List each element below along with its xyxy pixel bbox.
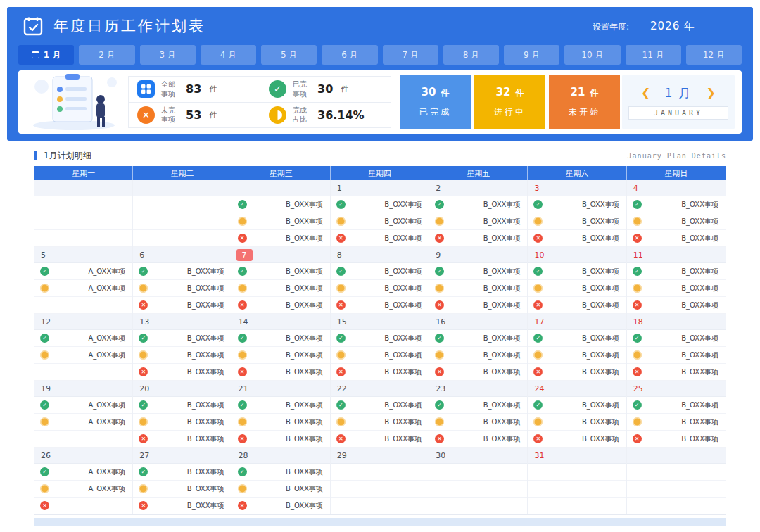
day-cell[interactable]	[133, 180, 232, 247]
task-item[interactable]: ✓B_OXX事项	[133, 397, 231, 414]
task-item[interactable]: ✕B_OXX事项	[331, 230, 429, 247]
task-item[interactable]: ✓A_OXX事项	[34, 330, 132, 347]
task-item[interactable]: ✓B_OXX事项	[133, 464, 231, 481]
day-cell[interactable]: 24✓B_OXX事项B_OXX事项✕B_OXX事项	[528, 381, 626, 448]
day-cell[interactable]: 4✓B_OXX事项B_OXX事项✕B_OXX事项	[627, 180, 726, 247]
day-cell[interactable]: 30	[429, 448, 528, 514]
tab-month-2[interactable]: 2 月	[79, 45, 134, 65]
task-item[interactable]: ✕B_OXX事项	[133, 431, 231, 448]
task-item[interactable]: A_OXX事项	[34, 414, 132, 431]
day-cell[interactable]	[627, 448, 726, 514]
day-cell[interactable]: 29	[331, 448, 429, 514]
day-cell[interactable]: 28✓B_OXX事项B_OXX事项✕B_OXX事项	[232, 448, 331, 514]
tab-month-4[interactable]: 4 月	[201, 45, 256, 65]
task-item[interactable]: ✓B_OXX事项	[528, 263, 626, 280]
tab-month-6[interactable]: 6 月	[322, 45, 377, 65]
day-cell[interactable]: 2✓B_OXX事项B_OXX事项✕B_OXX事项	[429, 180, 528, 247]
task-item[interactable]: B_OXX事项	[133, 414, 231, 431]
task-item[interactable]: ✕B_OXX事项	[232, 297, 330, 314]
day-cell[interactable]: 17✓B_OXX事项B_OXX事项✕B_OXX事项	[528, 314, 626, 381]
day-cell[interactable]: 7✓B_OXX事项B_OXX事项✕B_OXX事项	[232, 247, 331, 314]
day-cell[interactable]: 14✓B_OXX事项B_OXX事项✕B_OXX事项	[232, 314, 331, 381]
prev-month-button[interactable]: ❮	[641, 87, 650, 99]
task-item[interactable]: ✕B_OXX事项	[133, 297, 231, 314]
task-item[interactable]: B_OXX事项	[429, 414, 527, 431]
tab-month-10[interactable]: 10 月	[564, 45, 620, 65]
task-item[interactable]: B_OXX事项	[331, 213, 429, 230]
task-item[interactable]: A_OXX事项	[34, 280, 132, 297]
task-item[interactable]: A_OXX事项	[34, 347, 132, 364]
day-cell[interactable]: 11✓B_OXX事项B_OXX事项✕B_OXX事项	[627, 247, 726, 314]
task-item[interactable]: ✓A_OXX事项	[34, 464, 132, 481]
task-item[interactable]: B_OXX事项	[331, 280, 429, 297]
task-item[interactable]: ✕B_OXX事项	[429, 431, 527, 448]
day-cell[interactable]: 19✓A_OXX事项A_OXX事项	[34, 381, 133, 448]
task-item[interactable]: ✓B_OXX事项	[627, 330, 726, 347]
task-item[interactable]: A_OXX事项	[34, 481, 132, 498]
tab-month-3[interactable]: 3 月	[140, 45, 196, 65]
next-month-button[interactable]: ❯	[707, 87, 716, 99]
day-cell[interactable]: 18✓B_OXX事项B_OXX事项✕B_OXX事项	[627, 314, 726, 381]
task-item[interactable]: B_OXX事项	[429, 347, 527, 364]
task-item[interactable]: B_OXX事项	[627, 213, 726, 230]
task-item[interactable]: B_OXX事项	[627, 414, 726, 431]
task-item[interactable]: ✕B_OXX事项	[232, 498, 330, 514]
task-item[interactable]: ✕B_OXX事项	[429, 297, 527, 314]
task-item[interactable]: ✕B_OXX事项	[627, 364, 726, 381]
task-item[interactable]: B_OXX事项	[232, 213, 330, 230]
task-item[interactable]: B_OXX事项	[528, 280, 626, 297]
day-cell[interactable]: 16✓B_OXX事项B_OXX事项✕B_OXX事项	[429, 314, 528, 381]
task-item[interactable]: ✓B_OXX事项	[232, 464, 330, 481]
day-cell[interactable]: 31	[528, 448, 626, 514]
task-item[interactable]: B_OXX事项	[429, 280, 527, 297]
task-item[interactable]: ✓B_OXX事项	[331, 263, 429, 280]
task-item[interactable]: B_OXX事项	[133, 481, 231, 498]
task-item[interactable]: ✓B_OXX事项	[429, 196, 527, 213]
task-item[interactable]: ✓B_OXX事项	[232, 196, 330, 213]
day-cell[interactable]: 27✓B_OXX事项B_OXX事项✕B_OXX事项	[133, 448, 232, 514]
task-item[interactable]: B_OXX事项	[528, 347, 626, 364]
tab-month-7[interactable]: 7 月	[383, 45, 438, 65]
task-item[interactable]: ✕B_OXX事项	[429, 364, 527, 381]
task-item[interactable]: ✓B_OXX事项	[528, 196, 626, 213]
task-item[interactable]: ✕B_OXX事项	[331, 431, 429, 448]
tab-month-12[interactable]: 12 月	[686, 45, 742, 65]
task-item[interactable]: B_OXX事项	[232, 347, 330, 364]
day-cell[interactable]: 1✓B_OXX事项B_OXX事项✕B_OXX事项	[331, 180, 429, 247]
task-item[interactable]: ✓B_OXX事项	[331, 330, 429, 347]
task-item[interactable]: ✓B_OXX事项	[232, 263, 330, 280]
task-item[interactable]: ✓B_OXX事项	[429, 397, 527, 414]
task-item[interactable]: ✓B_OXX事项	[133, 330, 231, 347]
tab-month-5[interactable]: 5 月	[261, 45, 317, 65]
task-item[interactable]: B_OXX事项	[133, 280, 231, 297]
task-item[interactable]: ✕	[34, 498, 132, 514]
day-cell[interactable]: 15✓B_OXX事项B_OXX事项✕B_OXX事项	[331, 314, 429, 381]
task-item[interactable]: B_OXX事项	[528, 213, 626, 230]
day-cell[interactable]: 21✓B_OXX事项B_OXX事项✕B_OXX事项	[232, 381, 331, 448]
task-item[interactable]: ✓B_OXX事项	[331, 196, 429, 213]
task-item[interactable]: ✓B_OXX事项	[429, 330, 527, 347]
day-cell[interactable]: 9✓B_OXX事项B_OXX事项✕B_OXX事项	[429, 247, 528, 314]
task-item[interactable]: ✓B_OXX事项	[528, 397, 626, 414]
task-item[interactable]: ✕B_OXX事项	[133, 498, 231, 514]
task-item[interactable]: ✓B_OXX事项	[528, 330, 626, 347]
task-item[interactable]: ✓B_OXX事项	[331, 397, 429, 414]
tab-month-1[interactable]: 1 月	[18, 45, 74, 65]
day-cell[interactable]: 10✓B_OXX事项B_OXX事项✕B_OXX事项	[528, 247, 626, 314]
tab-month-11[interactable]: 11 月	[626, 45, 681, 65]
task-item[interactable]: B_OXX事项	[627, 347, 726, 364]
tab-month-9[interactable]: 9 月	[504, 45, 559, 65]
day-cell[interactable]: 5✓A_OXX事项A_OXX事项	[34, 247, 133, 314]
task-item[interactable]: ✕B_OXX事项	[331, 297, 429, 314]
task-item[interactable]: ✕B_OXX事项	[232, 230, 330, 247]
day-cell[interactable]	[34, 180, 133, 247]
day-cell[interactable]: 6✓B_OXX事项B_OXX事项✕B_OXX事项	[133, 247, 232, 314]
day-cell[interactable]: 23✓B_OXX事项B_OXX事项✕B_OXX事项	[429, 381, 528, 448]
task-item[interactable]: ✕B_OXX事项	[331, 364, 429, 381]
task-item[interactable]: ✕B_OXX事项	[627, 297, 726, 314]
task-item[interactable]: ✕B_OXX事项	[627, 431, 726, 448]
day-cell[interactable]: 26✓A_OXX事项A_OXX事项✕	[34, 448, 133, 514]
tab-month-8[interactable]: 8 月	[443, 45, 499, 65]
task-item[interactable]: ✕B_OXX事项	[528, 297, 626, 314]
task-item[interactable]: ✓A_OXX事项	[34, 263, 132, 280]
